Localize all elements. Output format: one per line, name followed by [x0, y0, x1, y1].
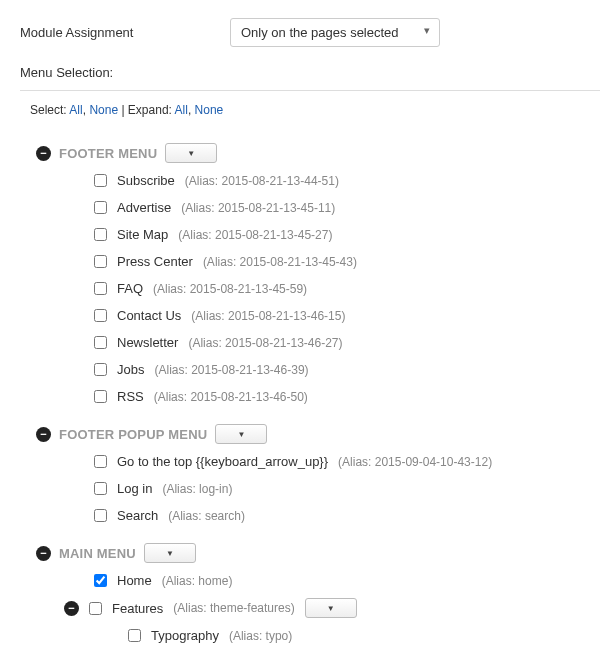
menu-item-label[interactable]: FAQ: [117, 281, 143, 296]
menu-item-alias: (Alias: 2015-08-21-13-45-59): [153, 282, 307, 296]
menu-item-alias: (Alias: typo): [229, 629, 292, 643]
menu-item-checkbox[interactable]: [94, 455, 107, 468]
menu-item-label[interactable]: Go to the top {{keyboard_arrow_up}}: [117, 454, 328, 469]
menu-item-checkbox[interactable]: [94, 255, 107, 268]
menu-item-alias: (Alias: 2015-08-21-13-45-27): [178, 228, 332, 242]
expand-label: Expand:: [128, 103, 172, 117]
menu-item-label[interactable]: Log in: [117, 481, 152, 496]
collapse-icon[interactable]: −: [36, 546, 51, 561]
menu-item-label[interactable]: Search: [117, 508, 158, 523]
expand-none-link[interactable]: None: [195, 103, 224, 117]
menu-dropdown-button[interactable]: [305, 598, 357, 618]
expand-all-link[interactable]: All: [175, 103, 188, 117]
menu-item-checkbox[interactable]: [94, 228, 107, 241]
select-label: Select:: [30, 103, 67, 117]
menu-item: Search(Alias: search): [94, 502, 600, 529]
menu-selection-label: Menu Selection:: [0, 59, 600, 90]
menu-item-checkbox[interactable]: [94, 482, 107, 495]
menu-item-checkbox[interactable]: [94, 390, 107, 403]
menu-item-alias: (Alias: search): [168, 509, 245, 523]
menu-item-checkbox[interactable]: [94, 336, 107, 349]
menu-item-checkbox[interactable]: [94, 509, 107, 522]
menu-item: Jobs(Alias: 2015-08-21-13-46-39): [94, 356, 600, 383]
select-none-link[interactable]: None: [89, 103, 118, 117]
module-assignment-select[interactable]: Only on the pages selected: [230, 18, 440, 47]
menu-item-alias: (Alias: 2015-08-21-13-46-27): [188, 336, 342, 350]
menu-item-home: Home (Alias: home): [94, 567, 600, 594]
menu-group-footer-menu: − FOOTER MENU Subscribe(Alias: 2015-08-2…: [20, 135, 600, 416]
menu-item-alias: (Alias: 2015-08-21-13-46-50): [154, 390, 308, 404]
menu-item-label[interactable]: Features: [112, 601, 163, 616]
menu-item-alias: (Alias: 2015-08-21-13-45-11): [181, 201, 335, 215]
panel-controls: Select: All, None | Expand: All, None: [20, 103, 600, 135]
menu-item-label[interactable]: Contact Us: [117, 308, 181, 323]
sep: ,: [188, 103, 195, 117]
menu-item-alias: (Alias: 2015-08-21-13-46-39): [154, 363, 308, 377]
menu-selection-panel: Select: All, None | Expand: All, None − …: [20, 90, 600, 650]
collapse-icon[interactable]: −: [36, 146, 51, 161]
menu-item: Site Map(Alias: 2015-08-21-13-45-27): [94, 221, 600, 248]
collapse-icon[interactable]: −: [36, 427, 51, 442]
menu-item-checkbox[interactable]: [94, 309, 107, 322]
menu-item-label[interactable]: Site Map: [117, 227, 168, 242]
menu-item-label[interactable]: Home: [117, 573, 152, 588]
menu-group-footer-popup-menu: − FOOTER POPUP MENU Go to the top {{keyb…: [20, 416, 600, 535]
menu-item-label[interactable]: Advertise: [117, 200, 171, 215]
menu-item: Log in(Alias: log-in): [94, 475, 600, 502]
menu-dropdown-button[interactable]: [144, 543, 196, 563]
menu-item-checkbox[interactable]: [89, 602, 102, 615]
menu-item-alias: (Alias: log-in): [162, 482, 232, 496]
menu-title: FOOTER POPUP MENU: [59, 427, 207, 442]
menu-item: Advertise(Alias: 2015-08-21-13-45-11): [94, 194, 600, 221]
menu-item-label[interactable]: RSS: [117, 389, 144, 404]
menu-item-features: − Features (Alias: theme-features): [64, 594, 600, 622]
menu-item-alias: (Alias: 2015-08-21-13-46-15): [191, 309, 345, 323]
select-all-link[interactable]: All: [69, 103, 82, 117]
menu-item-alias: (Alias: theme-features): [173, 601, 294, 615]
menu-item-alias: (Alias: 2015-09-04-10-43-12): [338, 455, 492, 469]
menu-item-alias: (Alias: home): [162, 574, 233, 588]
menu-group-main-menu: − MAIN MENU Home (Alias: home) − Feature…: [20, 535, 600, 650]
menu-dropdown-button[interactable]: [215, 424, 267, 444]
menu-title: FOOTER MENU: [59, 146, 157, 161]
menu-item-label[interactable]: Typography: [151, 628, 219, 643]
menu-item: Subscribe(Alias: 2015-08-21-13-44-51): [94, 167, 600, 194]
menu-title: MAIN MENU: [59, 546, 136, 561]
menu-item-checkbox[interactable]: [94, 363, 107, 376]
menu-item: Newsletter(Alias: 2015-08-21-13-46-27): [94, 329, 600, 356]
menu-item-checkbox[interactable]: [94, 574, 107, 587]
menu-item-checkbox[interactable]: [128, 629, 141, 642]
menu-item: Go to the top {{keyboard_arrow_up}}(Alia…: [94, 448, 600, 475]
menu-item: Contact Us(Alias: 2015-08-21-13-46-15): [94, 302, 600, 329]
menu-item-alias: (Alias: 2015-08-21-13-44-51): [185, 174, 339, 188]
menu-item-alias: (Alias: 2015-08-21-13-45-43): [203, 255, 357, 269]
menu-dropdown-button[interactable]: [165, 143, 217, 163]
menu-item-label[interactable]: Jobs: [117, 362, 144, 377]
menu-item: Press Center(Alias: 2015-08-21-13-45-43): [94, 248, 600, 275]
menu-item: FAQ(Alias: 2015-08-21-13-45-59): [94, 275, 600, 302]
menu-item-label[interactable]: Newsletter: [117, 335, 178, 350]
module-assignment-label: Module Assignment: [20, 25, 230, 40]
menu-item-label[interactable]: Subscribe: [117, 173, 175, 188]
menu-item-checkbox[interactable]: [94, 174, 107, 187]
collapse-icon[interactable]: −: [64, 601, 79, 616]
menu-item-checkbox[interactable]: [94, 282, 107, 295]
menu-item-checkbox[interactable]: [94, 201, 107, 214]
menu-item: Typography(Alias: typo): [128, 622, 600, 649]
menu-item: RSS(Alias: 2015-08-21-13-46-50): [94, 383, 600, 410]
menu-item-label[interactable]: Press Center: [117, 254, 193, 269]
